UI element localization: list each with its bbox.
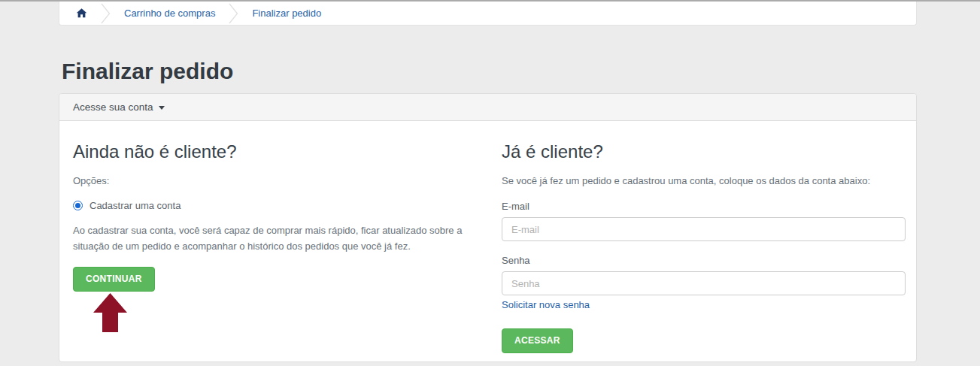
panel-header-accordion[interactable]: Acesse sua conta [59,94,916,121]
page-title: Finalizar pedido [62,59,233,84]
radio-checked-icon [73,201,83,210]
password-field[interactable] [502,271,906,295]
breadcrumb-home-link[interactable] [76,8,87,19]
register-account-radio-label: Cadastrar uma conta [90,200,181,211]
returning-intro-text: Se você já fez um pedido e cadastrou uma… [502,173,906,189]
new-customer-heading: Ainda não é cliente? [73,141,487,162]
continue-button[interactable]: CONTINUAR [73,267,155,292]
register-description: Ao cadastrar sua conta, você será capaz … [73,222,483,254]
password-label: Senha [502,255,906,266]
returning-customer-column: Já é cliente? Se você já fez um pedido e… [502,121,906,353]
breadcrumb: Carrinho de compras Finalizar pedido [59,2,917,26]
chevron-right-icon [229,3,238,24]
email-label: E-mail [502,201,906,212]
home-icon [76,8,87,19]
panel-header-label: Acesse sua conta [73,101,153,113]
checkout-options-panel: Acesse sua conta Ainda não é cliente? Op… [59,93,917,362]
login-button[interactable]: ACESSAR [502,328,573,353]
breadcrumb-checkout-link[interactable]: Finalizar pedido [252,8,321,19]
new-customer-column: Ainda não é cliente? Opções: Cadastrar u… [73,121,487,332]
annotation-arrow-up-icon [93,293,487,332]
forgot-password-link[interactable]: Solicitar nova senha [502,299,590,310]
register-account-radio[interactable]: Cadastrar uma conta [73,200,487,211]
email-field[interactable] [502,217,906,241]
chevron-right-icon [101,3,111,24]
caret-down-icon [159,106,165,110]
options-label: Opções: [73,173,487,189]
returning-customer-heading: Já é cliente? [502,141,906,162]
breadcrumb-cart-link[interactable]: Carrinho de compras [124,8,215,19]
